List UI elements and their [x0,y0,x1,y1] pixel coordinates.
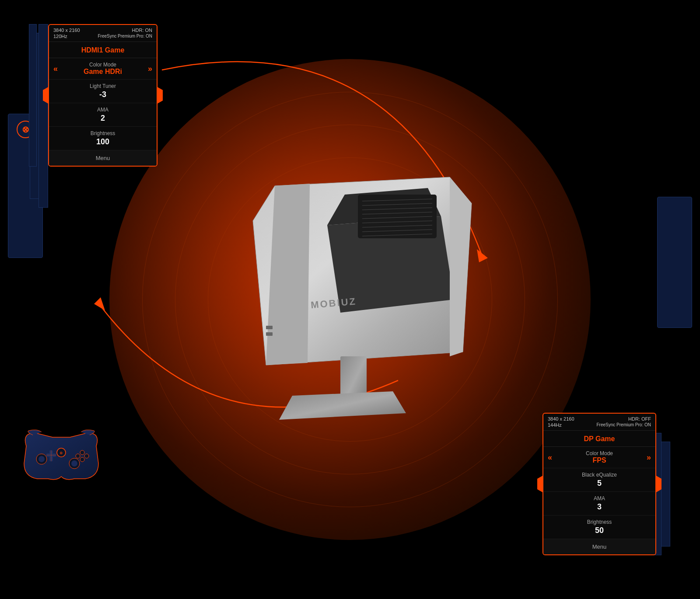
svg-rect-5 [358,195,437,238]
ama-row-left: AMA 2 [49,103,157,127]
osd-top-bar-info-left: 3840 x 2160 120Hz [53,28,80,39]
ama-value-left: 2 [53,114,152,123]
svg-point-33 [80,457,84,462]
monitor-image: MOBIUZ [240,168,485,431]
svg-marker-18 [279,391,406,420]
color-mode-center-left: Color Mode Game HDRi [58,62,148,76]
brightness-value-right: 50 [548,526,651,535]
svg-text:⊗: ⊗ [60,451,63,455]
gamepad: ⊗ [18,428,105,485]
resolution-right: 3840 x 2160 [548,416,574,421]
light-tuner-label: Light Tuner [53,83,152,89]
svg-point-31 [84,454,89,458]
osd-top-bar-dp-right: HDR: OFF FreeSync Premium Pro: ON [597,416,651,427]
color-mode-label-left: Color Mode [58,62,148,68]
svg-point-23 [38,456,45,462]
monitor-svg: MOBIUZ [240,168,485,431]
black-equalize-value: 5 [548,479,651,488]
left-panel-deco [29,24,37,167]
brightness-row-right: Brightness 50 [543,515,655,539]
color-mode-label-right: Color Mode [552,450,647,456]
svg-marker-16 [450,177,472,356]
hdr-right: HDR: OFF [597,416,651,421]
hz-right: 144Hz [548,422,574,428]
svg-rect-20 [266,326,273,329]
menu-button-right[interactable]: Menu [543,539,655,554]
left-osd-panel: 3840 x 2160 120Hz HDR: ON FreeSync Premi… [48,24,158,167]
svg-point-32 [76,454,80,458]
freesync-right: FreeSync Premium Pro: ON [597,422,651,427]
left-side-deco-front [38,24,48,208]
svg-point-25 [71,460,77,467]
right-osd-panel: 3840 x 2160 144Hz HDR: OFF FreeSync Prem… [542,413,656,555]
svg-marker-1 [94,297,105,310]
ama-value-right: 3 [548,502,651,512]
osd-title-right: DP Game [543,431,655,447]
color-mode-center-right: Color Mode FPS [552,450,647,464]
main-scene: ⊗ 3840 x 2160 120Hz HDR: ON FreeSync Pre… [0,0,700,599]
resolution-left: 3840 x 2160 [53,28,80,33]
arrow-right-right[interactable]: » [647,453,651,462]
freesync-left: FreeSync Premium Pro: ON [98,34,152,38]
arrow-left-right[interactable]: « [548,453,552,462]
color-mode-row-left: « Color Mode Game HDRi » [49,58,157,80]
svg-point-30 [80,450,84,455]
hz-left: 120Hz [53,34,80,39]
right-side-panel [657,197,692,328]
ama-label-right: AMA [548,495,651,501]
gamepad-svg: ⊗ [18,428,105,485]
hdmi-osd: 3840 x 2160 120Hz HDR: ON FreeSync Premi… [48,24,158,167]
osd-top-bar-dp-left: 3840 x 2160 144Hz [548,416,574,428]
brightness-label-right: Brightness [548,519,651,525]
dp-osd: 3840 x 2160 144Hz HDR: OFF FreeSync Prem… [542,413,656,555]
ama-label-left: AMA [53,107,152,113]
brightness-value-left: 100 [53,137,152,146]
black-equalize-row: Black eQualize 5 [543,468,655,492]
osd-title-left: HDMI1 Game [49,42,157,58]
right-notch [157,87,163,104]
osd-top-bar-right: 3840 x 2160 144Hz HDR: OFF FreeSync Prem… [543,414,655,431]
brightness-label-left: Brightness [53,130,152,136]
menu-button-left[interactable]: Menu [49,150,157,166]
color-mode-value-left: Game HDRi [58,68,148,76]
black-equalize-label: Black eQualize [548,472,651,478]
svg-rect-21 [266,332,273,336]
brightness-row-left: Brightness 100 [49,127,157,150]
osd-top-bar-info-right: HDR: ON FreeSync Premium Pro: ON [98,28,152,38]
arrow-left-left[interactable]: « [53,64,58,73]
color-mode-row-right: « Color Mode FPS » [543,447,655,468]
color-mode-value-right: FPS [552,456,647,464]
dp-left-notch [537,475,543,493]
right-side-deco-back [661,442,670,547]
light-tuner-value: -3 [53,90,152,99]
ama-row-right: AMA 3 [543,492,655,515]
light-tuner-row: Light Tuner -3 [49,80,157,103]
arrow-right-left[interactable]: » [148,64,152,73]
hdr-left: HDR: ON [98,28,152,33]
osd-top-bar-left: 3840 x 2160 120Hz HDR: ON FreeSync Premi… [49,25,157,42]
